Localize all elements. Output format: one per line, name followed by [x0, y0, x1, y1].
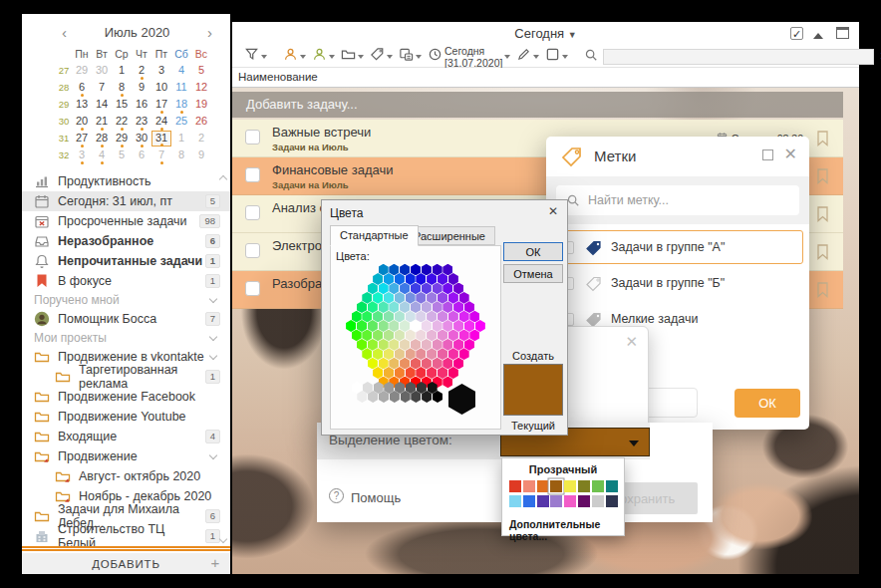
- palette-hex[interactable]: [433, 264, 442, 276]
- palette-hex[interactable]: [368, 320, 378, 332]
- palette-hex[interactable]: [433, 301, 442, 313]
- palette-hex[interactable]: [442, 264, 452, 276]
- palette-hex[interactable]: [416, 367, 426, 379]
- color-swatch[interactable]: [592, 495, 604, 507]
- task-checkbox[interactable]: [245, 205, 260, 220]
- calendar-day[interactable]: 12: [191, 80, 211, 96]
- palette-hex[interactable]: [438, 330, 447, 342]
- palette-hex[interactable]: [352, 330, 362, 342]
- calendar-day[interactable]: 31: [151, 131, 171, 147]
- palette-hex[interactable]: [416, 330, 426, 342]
- calendar-day[interactable]: 9: [191, 147, 211, 163]
- calendar-day[interactable]: 1: [171, 131, 191, 147]
- grayscale-hex[interactable]: [422, 391, 432, 403]
- calendar-day[interactable]: 3: [151, 63, 171, 79]
- bookmark-icon[interactable]: [816, 168, 829, 188]
- palette-hex[interactable]: [389, 339, 399, 351]
- calendar-day[interactable]: 19: [191, 97, 211, 113]
- sidebar-item[interactable]: Помощник Босса7: [22, 309, 230, 329]
- palette-hex[interactable]: [442, 358, 452, 370]
- palette-hex[interactable]: [357, 320, 367, 332]
- close-icon[interactable]: ✕: [625, 333, 638, 351]
- color-swatch[interactable]: [509, 480, 521, 492]
- sidebar-item[interactable]: Продвижение: [22, 446, 230, 466]
- palette-hex[interactable]: [395, 292, 405, 304]
- calendar-day[interactable]: 11: [171, 80, 191, 96]
- calendar-day[interactable]: 16: [132, 97, 151, 113]
- maximize-icon[interactable]: [762, 149, 773, 160]
- palette-hex[interactable]: [400, 320, 410, 332]
- palette-hex[interactable]: [411, 320, 421, 332]
- palette-hex[interactable]: [438, 348, 447, 360]
- palette-hex[interactable]: [362, 311, 372, 323]
- calendar-day[interactable]: 5: [191, 63, 211, 79]
- palette-hex[interactable]: [379, 283, 389, 295]
- grayscale-hex[interactable]: [357, 391, 367, 403]
- palette-hex[interactable]: [433, 320, 442, 332]
- palette-hex[interactable]: [373, 311, 383, 323]
- palette-hex[interactable]: [368, 301, 378, 313]
- color-swatch[interactable]: [578, 480, 590, 492]
- palette-hex[interactable]: [459, 330, 469, 342]
- color-swatch[interactable]: [523, 495, 535, 507]
- calendar-day[interactable]: 6: [132, 147, 151, 163]
- calendar-day[interactable]: 9: [132, 80, 151, 96]
- sidebar-item[interactable]: Таргетированная реклама1: [22, 367, 230, 387]
- chevron-down-icon[interactable]: [209, 351, 217, 359]
- calendar-day[interactable]: 2: [132, 63, 151, 79]
- palette-hex[interactable]: [475, 320, 485, 332]
- palette-hex[interactable]: [373, 273, 383, 285]
- calendar-day[interactable]: 7: [92, 80, 112, 96]
- calendar-day[interactable]: 25: [171, 114, 191, 130]
- chevron-down-icon[interactable]: [209, 332, 217, 340]
- color-swatch[interactable]: [537, 480, 549, 492]
- palette-hex[interactable]: [373, 292, 383, 304]
- bookmark-icon[interactable]: [816, 282, 829, 302]
- palette-hex[interactable]: [464, 339, 474, 351]
- status-button[interactable]: [545, 47, 568, 66]
- column-header[interactable]: Наименование: [232, 68, 859, 88]
- date-filter-button[interactable]: Сегодня [31.07.2020]: [428, 45, 510, 69]
- calendar-day[interactable]: 17: [151, 97, 171, 113]
- palette-hex[interactable]: [395, 367, 405, 379]
- palette-hex[interactable]: [422, 358, 432, 370]
- color-swatch[interactable]: [509, 495, 521, 507]
- bookmark-icon[interactable]: [816, 206, 829, 226]
- palette-hex[interactable]: [362, 292, 372, 304]
- color-swatch[interactable]: [564, 495, 576, 507]
- calendar-day[interactable]: 1: [112, 63, 132, 79]
- palette-hex[interactable]: [427, 311, 437, 323]
- palette-hex[interactable]: [438, 292, 447, 304]
- color-swatch[interactable]: [564, 480, 576, 492]
- palette-hex[interactable]: [469, 311, 479, 323]
- palette-hex[interactable]: [453, 358, 463, 370]
- palette-hex[interactable]: [406, 367, 416, 379]
- palette-hex[interactable]: [406, 330, 416, 342]
- palette-hex[interactable]: [442, 320, 452, 332]
- calendar-day[interactable]: 20: [72, 114, 92, 130]
- sidebar-item[interactable]: Входящие4: [22, 427, 230, 446]
- palette-hex[interactable]: [433, 358, 442, 370]
- calendar-day[interactable]: 15: [112, 97, 132, 113]
- palette-hex[interactable]: [422, 339, 432, 351]
- calendar-day[interactable]: 30: [92, 63, 112, 79]
- calendar-day[interactable]: 24: [151, 114, 171, 130]
- calendar-day[interactable]: 2: [191, 131, 211, 147]
- calendar-next-icon[interactable]: ›: [203, 24, 216, 41]
- chevron-down-icon[interactable]: [209, 294, 217, 302]
- palette-hex[interactable]: [448, 292, 458, 304]
- palette-hex[interactable]: [453, 283, 463, 295]
- palette-hex[interactable]: [384, 348, 394, 360]
- palette-hex[interactable]: [416, 273, 426, 285]
- palette-hex[interactable]: [373, 348, 383, 360]
- palette-hex[interactable]: [438, 367, 447, 379]
- tab-standard[interactable]: Стандартные: [330, 225, 419, 246]
- grayscale-hex[interactable]: [368, 391, 378, 403]
- chevron-down-icon[interactable]: [209, 450, 217, 458]
- complete-toggle-icon[interactable]: ✓: [790, 27, 803, 40]
- palette-hex[interactable]: [448, 367, 458, 379]
- color-swatch[interactable]: [606, 480, 618, 492]
- task-checkbox[interactable]: [245, 243, 260, 258]
- color-swatch[interactable]: [578, 495, 590, 507]
- palette-hex[interactable]: [379, 301, 389, 313]
